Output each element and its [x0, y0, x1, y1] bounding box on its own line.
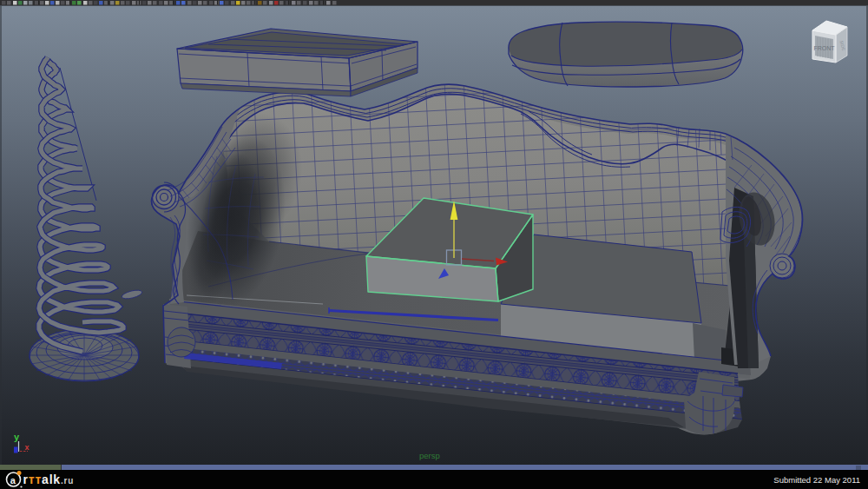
- svg-text:persp: persp: [419, 451, 440, 460]
- svg-text:Submitted 22 May 2011: Submitted 22 May 2011: [773, 475, 860, 485]
- svg-text:x: x: [25, 443, 30, 452]
- svg-text:FRONT: FRONT: [813, 45, 835, 51]
- svg-text:y: y: [14, 432, 20, 442]
- svg-text:a: a: [10, 475, 16, 486]
